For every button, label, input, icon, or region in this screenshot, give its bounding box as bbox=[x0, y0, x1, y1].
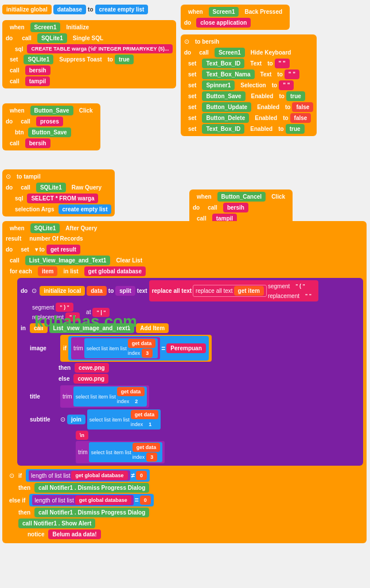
text-kw: text bbox=[137, 288, 147, 294]
call-lv-clear: call bbox=[6, 256, 24, 265]
empty-str-rep1: " " bbox=[301, 291, 316, 300]
do-label: do bbox=[6, 35, 13, 41]
get-data-img: get data bbox=[128, 339, 156, 348]
then-cewe-row: then cewe.png bbox=[59, 363, 360, 373]
subtitle-section: subtitle ⊙ join select list item list ge… bbox=[30, 409, 360, 463]
btn-save-header: when Button_Save Click bbox=[6, 106, 97, 115]
call-bersih-row: call bersih bbox=[6, 65, 173, 75]
do-hide-keyboard: do call Screen1 Hide Keyboard bbox=[184, 48, 313, 57]
set-btn-save: set bbox=[184, 91, 200, 101]
show-alert-label: call Notifier1 . Show Alert bbox=[18, 519, 95, 528]
when-aq: when bbox=[6, 223, 29, 233]
equals-condition: trim select list item list get data in bbox=[68, 336, 209, 361]
enabled-label4: Enabled bbox=[246, 124, 276, 134]
kubahas-text: kubahas.com bbox=[34, 312, 137, 330]
btn-save-click-container: when Button_Save Click do call proses bt… bbox=[2, 103, 100, 150]
if-image-block: if trim select list item list bbox=[60, 335, 212, 362]
create-empty-list-block: create empty list bbox=[95, 5, 149, 14]
do-fe: do bbox=[21, 288, 28, 294]
close-paren: " ) " bbox=[56, 303, 73, 312]
button-save-en: Button_Save bbox=[202, 91, 245, 101]
after-query-container: when SQLite1 After Query result number O… bbox=[2, 221, 367, 543]
trim-label-img: trim bbox=[73, 345, 83, 351]
do-proses-row: do call proses bbox=[6, 117, 97, 126]
replace-all-text-outer: replace all text replace all text get it… bbox=[149, 280, 318, 301]
seg1-row: segment " ( " bbox=[268, 281, 316, 291]
enabled-label3: Enabled bbox=[251, 113, 281, 123]
after-query-label: After Query bbox=[61, 223, 101, 233]
set-textbox-nama-row: set Text_Box_Nama Text to " " bbox=[184, 69, 313, 79]
do-close-row: do close application bbox=[184, 18, 286, 28]
index-sub1-label: index bbox=[131, 421, 143, 427]
title-section: title trim select list item list get dat… bbox=[30, 385, 360, 408]
image-label: image bbox=[30, 345, 59, 351]
else-cowo-row: else cowo.png bbox=[59, 374, 360, 384]
segment-replacement-1: segment " ( " replacement " " bbox=[268, 281, 316, 300]
sqlite1-label: SQLite1 bbox=[37, 33, 67, 43]
get-data-title-row: get data bbox=[117, 387, 145, 396]
listview-label: List_View_Image_and_Text1 bbox=[25, 256, 111, 265]
length-block-1: length of list list get global database bbox=[29, 470, 130, 481]
get-data-index-sub1: get data index 1 bbox=[131, 410, 159, 429]
for-each-label: for each bbox=[6, 266, 36, 276]
in-label: in bbox=[21, 325, 26, 331]
get-global-db-len2: get global database bbox=[75, 496, 131, 505]
when-screen1-init-container: when Screen1 Initialize do call SQLite1 … bbox=[2, 20, 176, 88]
circle-icon: ⊙ bbox=[184, 38, 189, 45]
selection-args-label: selection Args bbox=[15, 206, 54, 212]
if-length-row: ⊙ if length of list list get global data… bbox=[9, 469, 360, 482]
to-aq: ▾ to bbox=[35, 246, 45, 253]
selection-label: Selection bbox=[236, 80, 270, 90]
call-label2: call bbox=[6, 65, 24, 75]
call-clear-list: call List_View_Image_and_Text1 Clear Lis… bbox=[6, 256, 363, 265]
title-row: title trim select list item list get dat… bbox=[30, 385, 360, 408]
button-save-btn: Button_Save bbox=[30, 106, 73, 115]
tampil-label: tampil bbox=[25, 76, 50, 86]
circle-icon4: ⊙ bbox=[60, 416, 65, 423]
set-btn-save-enabled: set Button_Save Enabled to true bbox=[184, 91, 313, 101]
do-aq: do bbox=[6, 246, 13, 253]
call-bersih2: call bbox=[195, 48, 213, 57]
button-delete-en: Button_Delete bbox=[202, 113, 249, 123]
replace-all-text-inner: replace all text get item bbox=[193, 285, 267, 297]
call-tampil2: call bbox=[17, 183, 34, 192]
select-list-title: select list item list get data index 2 bbox=[73, 386, 147, 407]
length-block-2: length of list list get global database bbox=[32, 495, 133, 505]
data-label: data bbox=[87, 286, 107, 296]
bersih-cancel: bersih bbox=[223, 203, 248, 212]
equals-label-img: = bbox=[161, 345, 165, 353]
back-pressed-label: Back Pressed bbox=[240, 7, 286, 17]
trim-select-sub2: trim select list item list get data inde… bbox=[76, 441, 165, 463]
click-label: Click bbox=[75, 106, 97, 115]
true-val3: true bbox=[286, 124, 305, 134]
else-if-label: else if bbox=[9, 497, 25, 504]
enabled-label: Enabled bbox=[247, 91, 278, 101]
perempuan-val: Perempuan bbox=[166, 343, 205, 353]
select-list-sub1-label: select list item list bbox=[89, 417, 130, 423]
call-bersih-cancel: call bbox=[204, 203, 221, 212]
sqlite1-aq: SQLite1 bbox=[30, 223, 60, 233]
notice-row: notice Belum ada data! bbox=[28, 529, 360, 539]
do-label-bp: do bbox=[184, 20, 191, 26]
replace-all-text1: replace all text bbox=[152, 288, 192, 294]
index-title-row: index 2 bbox=[117, 397, 145, 406]
proses-label: proses bbox=[36, 117, 63, 126]
button-update-en: Button_Update bbox=[202, 102, 251, 112]
call-proses: call bbox=[17, 117, 34, 126]
else-label-img: else bbox=[59, 376, 69, 382]
eq-label-2: = bbox=[135, 496, 139, 504]
click-label-cancel: Click bbox=[267, 192, 289, 202]
call-label3: call bbox=[6, 76, 24, 86]
trim-select-title: trim select list item list get data inde… bbox=[60, 385, 149, 408]
get-data-index-sub2: get data index 3 bbox=[133, 443, 161, 462]
select-sql: SELECT * FROM warga bbox=[27, 194, 98, 203]
else-if-row: else if length of list list get global d… bbox=[9, 494, 360, 506]
get-item-label: get item bbox=[234, 286, 264, 296]
replacement1-label: replacement bbox=[268, 293, 299, 299]
circle-icon2: ⊙ bbox=[6, 173, 11, 180]
set-tb-id: set bbox=[184, 59, 200, 68]
notice-label: notice bbox=[28, 531, 44, 537]
sql-label: sql bbox=[15, 46, 23, 52]
select-list-img: select list item list get data index 3 bbox=[84, 338, 158, 358]
bersih-label: bersih bbox=[25, 65, 50, 75]
